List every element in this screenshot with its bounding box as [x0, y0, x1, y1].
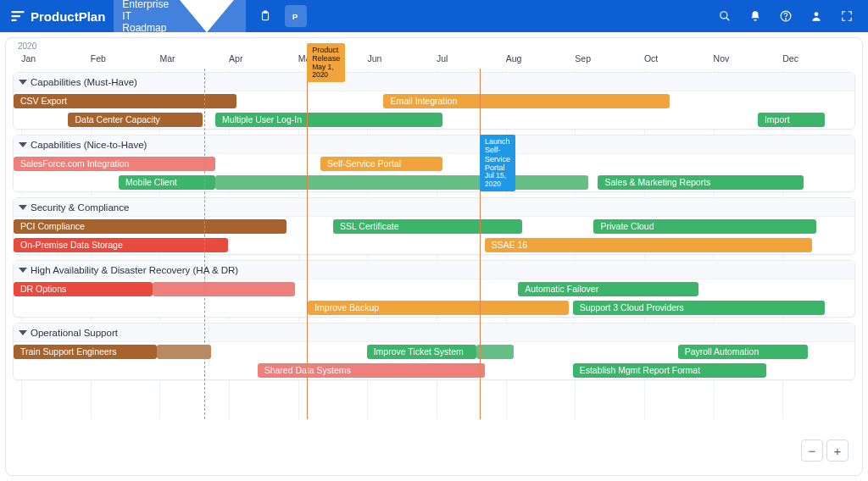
timeline-bar[interactable]: SSL Certificate	[333, 219, 522, 234]
timeline-bar[interactable]: Sales & Marketing Reports	[598, 175, 804, 190]
timeline-bar[interactable]: Multiple User Log-In	[215, 113, 442, 127]
brand-text: ProductPlan	[31, 9, 105, 24]
timeline-bar[interactable]	[476, 345, 515, 359]
month-label: Sep	[575, 53, 591, 64]
clipboard-button[interactable]	[254, 5, 276, 27]
timeline-bar[interactable]: Mobile Client	[119, 175, 215, 190]
svg-line-7	[726, 18, 730, 21]
roadmap-stage: 2020 JanFebMarAprMayJunJulAugSepOctNovDe…	[0, 32, 868, 481]
timeline-bar[interactable]	[153, 282, 296, 296]
help-icon	[780, 10, 792, 22]
expand-icon	[841, 10, 853, 22]
timeline-bar[interactable]: Private Cloud	[593, 219, 816, 234]
chevron-down-icon	[19, 203, 27, 212]
lanes-container: Capabilities (Must-Have)CSV ExportEmail …	[13, 72, 855, 424]
timeline-bar[interactable]: Improve Backup	[308, 301, 569, 315]
chevron-down-icon	[180, 0, 234, 32]
timeline-bar[interactable]: CSV Export	[14, 94, 236, 108]
swimlane: Capabilities (Must-Have)CSV ExportEmail …	[13, 72, 855, 130]
timeline-bar[interactable]: On-Premise Data Storage	[14, 238, 228, 252]
timeline-bar[interactable]: Establish Mgmt Report Format	[573, 363, 766, 378]
chevron-down-icon	[19, 78, 27, 86]
fullscreen-button[interactable]	[836, 5, 858, 27]
month-label: Feb	[91, 53, 106, 64]
month-label: Apr	[229, 53, 242, 64]
svg-text:P: P	[292, 13, 298, 21]
chevron-down-icon	[19, 329, 27, 337]
month-label: Jan	[21, 53, 36, 64]
parking-icon: P	[290, 10, 302, 22]
timeline-bar[interactable]: Payroll Automation	[678, 345, 809, 359]
chevron-down-icon	[19, 141, 27, 149]
svg-rect-0	[12, 11, 25, 13]
swimlane: Security & CompliancePCI ComplianceSSL C…	[13, 197, 855, 255]
svg-rect-1	[12, 15, 21, 17]
timeline-bar[interactable]: Data Center Capacity	[68, 113, 203, 127]
roadmap-selector[interactable]: Enterprise IT Roadmap	[114, 0, 246, 37]
svg-point-9	[786, 19, 787, 19]
timeline-header: 2020 JanFebMarAprMayJunJulAugSepOctNovDe…	[6, 38, 862, 69]
timeline-bar[interactable]: Automatic Failover	[518, 282, 698, 296]
timeline-bar[interactable]	[215, 175, 587, 190]
svg-point-10	[815, 12, 819, 16]
timeline-bar[interactable]: DR Options	[14, 282, 153, 296]
logo-icon	[10, 8, 25, 24]
top-nav: ProductPlan Enterprise IT Roadmap P	[0, 0, 868, 32]
zoom-in-button[interactable]: +	[826, 440, 849, 462]
roadmap-name: Enterprise IT Roadmap	[122, 0, 173, 34]
timeline-bar[interactable]: Shared Data Systems	[258, 363, 485, 378]
month-label: May	[298, 53, 315, 64]
notifications-button[interactable]	[744, 5, 766, 27]
chevron-down-icon	[19, 266, 27, 274]
year-label: 2020	[18, 41, 36, 51]
month-axis: JanFebMarAprMayJunJulAugSepOctNovDec	[6, 53, 862, 69]
lane-header[interactable]: Security & Compliance	[14, 198, 854, 217]
month-label: Mar	[159, 53, 175, 64]
swimlane: Capabilities (Nice-to-Have)SalesForce.co…	[13, 135, 855, 192]
clipboard-icon	[259, 10, 271, 22]
timeline-bar[interactable]: SSAE 16	[485, 238, 813, 252]
timeline-bar[interactable]: SalesForce.com Integration	[14, 157, 215, 171]
month-label: Jun	[367, 53, 381, 64]
timeline-bar[interactable]: Email Integration	[383, 94, 669, 108]
timeline-bar[interactable]	[157, 345, 211, 359]
search-button[interactable]	[714, 5, 736, 27]
parking-button[interactable]: P	[285, 5, 307, 27]
lane-header[interactable]: High Availability & Disaster Recovery (H…	[14, 261, 854, 279]
help-button[interactable]	[775, 5, 797, 27]
search-icon	[719, 10, 731, 22]
user-icon	[810, 10, 822, 22]
timeline-bar[interactable]: Support 3 Cloud Providers	[573, 301, 826, 315]
bell-icon	[749, 10, 761, 22]
svg-point-6	[721, 12, 727, 19]
month-label: Jul	[437, 53, 448, 64]
month-label: Oct	[644, 53, 658, 64]
zoom-out-button[interactable]: −	[801, 440, 823, 462]
timeline-bar[interactable]: PCI Compliance	[14, 219, 287, 234]
timeline-bar[interactable]: Import	[758, 113, 825, 127]
timeline-bar[interactable]: Improve Ticket System	[367, 345, 476, 359]
zoom-controls: − +	[801, 440, 849, 462]
lane-header[interactable]: Operational Support	[14, 323, 854, 342]
roadmap-board[interactable]: 2020 JanFebMarAprMayJunJulAugSepOctNovDe…	[5, 37, 863, 476]
month-label: Aug	[506, 53, 522, 64]
svg-rect-2	[12, 19, 17, 21]
lane-header[interactable]: Capabilities (Must-Have)	[14, 73, 854, 91]
month-label: Dec	[782, 53, 798, 64]
account-button[interactable]	[805, 5, 827, 27]
timeline-bar[interactable]: Self-Service Portal	[320, 157, 442, 171]
swimlane: High Availability & Disaster Recovery (H…	[13, 260, 855, 318]
lane-header[interactable]: Capabilities (Nice-to-Have)	[14, 135, 854, 154]
swimlane: Operational SupportTrain Support Enginee…	[13, 323, 855, 380]
month-label: Nov	[714, 53, 730, 64]
timeline-bar[interactable]: Train Support Engineers	[14, 345, 157, 359]
brand-logo[interactable]: ProductPlan	[10, 8, 105, 24]
